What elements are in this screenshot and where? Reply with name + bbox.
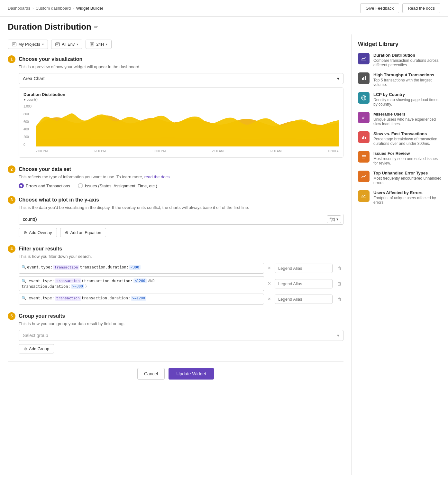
step2-title: Choose your data set [19,166,71,172]
radio-issues[interactable]: Issues (States, Assignment, Time, etc.) [78,183,157,188]
filter-input-2[interactable]: 🔍 event.type:transaction (transaction.du… [19,276,264,291]
widget-item-4[interactable]: Slow vs. Fast Transactions Percentage br… [358,131,442,146]
action-bar: Cancel Update Widget [8,361,343,386]
chart-preview-title: Duration Distribution [23,92,339,97]
chart-x-labels: 2:00 PM6:00 PM10:00 PM2:00 AM6:00 AM10:0… [36,149,339,153]
step2-number: 2 [8,165,15,173]
widget-icon-2 [358,92,370,104]
widget-item-7[interactable]: Users Affected by Errors Footprint of un… [358,190,442,205]
widget-item-6[interactable]: Top Unhandled Error Types Most frequentl… [358,171,442,185]
chart-y-labels: 1,0008006004002000 [23,105,35,146]
radio-issues-dot [78,183,83,188]
step4-title: Filter your results [19,246,62,252]
footer: Privacy Policy Terms of Use API Docs Con… [0,475,448,479]
left-panel: My Projects ▾ All Env ▾ 24H ▾ 1 Choose y… [0,34,352,475]
step2-docs-link[interactable]: read the docs. [144,174,171,179]
add-equation-button[interactable]: ⊕ Add an Equation [60,228,106,237]
filter-row-3: 🔍 event.type:transaction transaction.dur… [19,294,343,305]
widget-desc-5: Most recently seen unresolved issues for… [373,156,442,165]
svg-rect-13 [365,137,366,139]
widget-item-2[interactable]: LCP by Country Density map showing page … [358,92,442,107]
filter-3-clear-icon[interactable]: × [267,295,272,303]
widget-icon-1 [358,72,370,84]
read-docs-button[interactable]: Read the docs [402,3,440,13]
widget-info-4: Slow vs. Fast Transactions Percentage br… [373,131,442,146]
widget-name-1: High Throughput Transactions [373,72,442,77]
svg-rect-6 [365,76,366,80]
widget-item-5[interactable]: Issues For Review Most recently seen unr… [358,151,442,165]
filter-input-1[interactable]: 🔍 event.type:transaction transaction.dur… [19,263,264,274]
filter-3-legend-alias[interactable] [275,295,333,304]
widget-name-5: Issues For Review [373,151,442,156]
yaxis-fx-badge[interactable]: f(x) ▾ [327,215,341,223]
svg-rect-0 [12,42,16,46]
edit-title-icon[interactable]: ✏ [94,24,98,30]
step5-desc: This is how you can group your data resu… [19,321,343,326]
group-select[interactable]: Select group ▾ [19,330,343,341]
svg-rect-4 [362,78,363,80]
add-group-button[interactable]: ⊕ Add Group [19,344,54,353]
top-bar: Dashboards › Custom dashboard › Widget B… [0,0,448,17]
widget-info-0: Duration Distribution Compare transactio… [373,53,442,67]
widget-item-0[interactable]: Duration Distribution Compare transactio… [358,53,442,67]
step4-number: 4 [8,245,15,253]
widget-item-1[interactable]: High Throughput Transactions Top 5 trans… [358,72,442,87]
filter-bar: My Projects ▾ All Env ▾ 24H ▾ [8,40,343,49]
widget-icon-7 [358,190,370,202]
widget-desc-1: Top 5 transactions with the largest volu… [373,78,442,87]
add-equation-plus-icon: ⊕ [65,230,69,235]
yaxis-input[interactable] [19,214,327,224]
step1-header: 1 Choose your visualization [8,55,343,63]
env-filter[interactable]: All Env ▾ [51,40,82,49]
group-select-chevron-icon: ▾ [337,333,339,338]
widget-item-3[interactable]: # Miserable Users Unique users who have … [358,112,442,126]
step2-desc: This reflects the type of information yo… [19,174,343,179]
widget-icon-5 [358,151,370,163]
widget-icon-4 [358,131,370,143]
give-feedback-button[interactable]: Give Feedback [360,3,399,13]
widget-name-6: Top Unhandled Error Types [373,171,442,175]
main-layout: My Projects ▾ All Env ▾ 24H ▾ 1 Choose y… [0,34,448,475]
time-filter[interactable]: 24H ▾ [86,40,112,49]
env-chevron-icon: ▾ [77,42,78,46]
step1-title: Choose your visualization [19,56,82,62]
project-filter[interactable]: My Projects ▾ [8,40,48,49]
right-panel: Widget Library Duration Distribution Com… [352,34,448,475]
filter-1-search-icon: 🔍 [22,265,26,269]
step5-number: 5 [8,312,15,320]
filter-2-legend-alias[interactable] [275,279,333,288]
filter-1-clear-icon[interactable]: × [267,264,272,272]
filter-2-delete-icon[interactable]: 🗑 [335,279,343,288]
radio-errors-label: Errors and Transactions [26,183,70,188]
step1-number: 1 [8,55,15,63]
dataset-radio-group: Errors and Transactions Issues (States, … [19,183,343,188]
chart-preview-subtitle: ● count() [23,98,339,101]
step4-header: 4 Filter your results [8,245,343,253]
add-overlay-button[interactable]: ⊕ Add Overlay [19,228,57,237]
widget-info-7: Users Affected by Errors Footprint of un… [373,190,442,205]
widget-desc-0: Compare transaction durations across dif… [373,58,442,67]
page-title: Duration Distribution [8,22,91,32]
radio-errors-transactions[interactable]: Errors and Transactions [19,183,70,188]
filter-3-delete-icon[interactable]: 🗑 [335,295,343,304]
viz-type-select[interactable]: Area Chart ▾ [19,73,343,84]
breadcrumb-dashboards[interactable]: Dashboards [8,6,30,11]
update-widget-button[interactable]: Update Widget [169,368,214,380]
step5-section: 5 Group your results This is how you can… [8,312,343,353]
filter-1-legend-alias[interactable] [275,264,333,273]
filter-input-3[interactable]: 🔍 event.type:transaction transaction.dur… [19,294,264,305]
filter-1-delete-icon[interactable]: 🗑 [335,264,343,273]
group-select-placeholder: Select group [23,333,48,338]
filter-2-clear-icon[interactable]: × [267,280,272,287]
step3-number: 3 [8,196,15,204]
widget-desc-6: Most frequently encountered unhandled er… [373,176,442,185]
widget-info-1: High Throughput Transactions Top 5 trans… [373,72,442,87]
step1-section: 1 Choose your visualization This is a pr… [8,55,343,158]
widget-name-3: Miserable Users [373,112,442,117]
radio-errors-dot [19,183,24,188]
breadcrumb-custom[interactable]: Custom dashboard [35,6,71,11]
widget-name-0: Duration Distribution [373,53,442,58]
cancel-button[interactable]: Cancel [137,368,165,380]
svg-rect-12 [363,136,364,139]
project-filter-label: My Projects [18,42,40,47]
